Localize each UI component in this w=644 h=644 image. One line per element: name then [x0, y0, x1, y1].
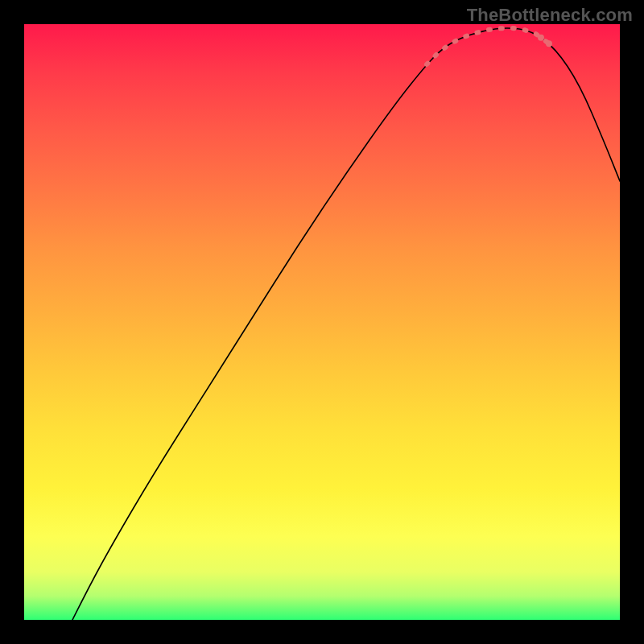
chart-area — [24, 24, 620, 620]
highlight-dotted-segment — [427, 28, 547, 64]
main-curve-line — [72, 28, 620, 620]
svg-point-1 — [546, 40, 552, 47]
chart-svg — [24, 24, 620, 620]
svg-point-0 — [538, 35, 544, 41]
watermark-text: TheBottleneck.com — [467, 5, 633, 26]
